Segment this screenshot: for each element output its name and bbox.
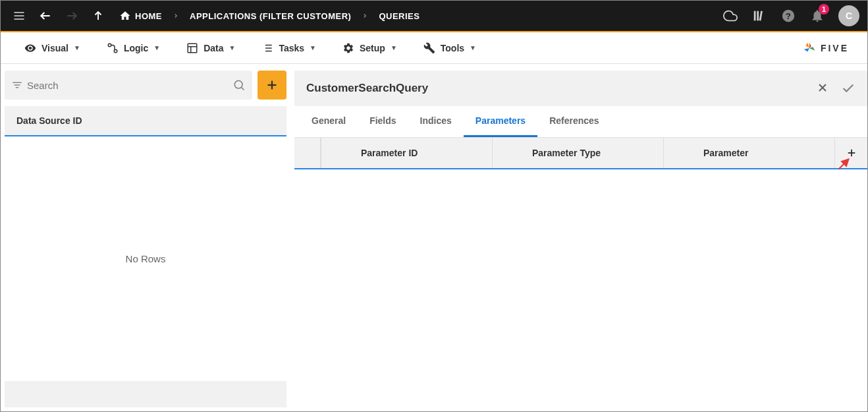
- svg-point-11: [108, 44, 111, 47]
- bell-icon[interactable]: 1: [804, 3, 830, 29]
- row-selector-spacer: [294, 138, 321, 168]
- tab-fields[interactable]: Fields: [358, 106, 408, 137]
- add-parameter-button[interactable]: [834, 138, 867, 168]
- menu-tools-label: Tools: [441, 43, 464, 53]
- library-icon[interactable]: [746, 3, 773, 29]
- tab-general[interactable]: General: [300, 106, 358, 137]
- dropdown-icon: ▼: [310, 44, 316, 51]
- breadcrumb-queries[interactable]: QUERIES: [373, 11, 425, 21]
- back-icon[interactable]: [32, 3, 59, 29]
- logo: FIVE: [802, 41, 857, 55]
- detail-header: CustomerSearchQuery: [294, 71, 867, 106]
- menu-data[interactable]: Data ▼: [173, 32, 248, 64]
- dropdown-icon: ▼: [229, 44, 236, 51]
- add-button[interactable]: [258, 71, 286, 100]
- close-icon: [816, 81, 829, 94]
- help-icon[interactable]: ?: [775, 3, 801, 29]
- col-parameter-id[interactable]: Parameter ID: [321, 138, 492, 168]
- breadcrumb-applications[interactable]: APPLICATIONS (FILTER CUSTOMER): [184, 11, 356, 21]
- right-panel: CustomerSearchQuery General Fields Indic…: [290, 64, 867, 411]
- chevron-right-icon: [169, 13, 183, 19]
- breadcrumb-home[interactable]: HOME: [114, 10, 167, 22]
- svg-text:?: ?: [786, 11, 791, 21]
- close-button[interactable]: [816, 81, 829, 96]
- dropdown-icon: ▼: [391, 44, 397, 51]
- tab-references[interactable]: References: [537, 106, 611, 137]
- svg-marker-24: [804, 48, 809, 52]
- svg-marker-23: [809, 47, 815, 51]
- search-input[interactable]: [23, 80, 232, 91]
- search-box[interactable]: [5, 71, 252, 100]
- menu-setup[interactable]: Setup ▼: [329, 32, 410, 64]
- plus-icon: [846, 147, 857, 159]
- svg-rect-6: [754, 11, 756, 21]
- menu-tools[interactable]: Tools ▼: [410, 32, 489, 64]
- menu-tasks-label: Tasks: [279, 43, 304, 53]
- table-header: Parameter ID Parameter Type Parameter: [294, 138, 867, 169]
- svg-marker-25: [805, 42, 809, 47]
- forward-icon: [59, 3, 85, 29]
- check-icon: [841, 81, 855, 96]
- breadcrumb-applications-label: APPLICATIONS (FILTER CUSTOMER): [190, 11, 351, 21]
- datasource-header: Data Source ID: [5, 106, 286, 136]
- menu-tasks[interactable]: Tasks ▼: [248, 32, 329, 64]
- chevron-right-icon: [358, 13, 372, 19]
- svg-point-26: [234, 80, 242, 88]
- svg-point-12: [114, 49, 117, 53]
- avatar[interactable]: C: [838, 5, 859, 26]
- svg-marker-22: [809, 42, 811, 47]
- save-button[interactable]: [841, 81, 855, 96]
- logo-text: FIVE: [821, 43, 849, 53]
- no-rows-message: No Rows: [5, 136, 286, 381]
- tab-parameters[interactable]: Parameters: [464, 106, 537, 137]
- left-panel-footer: [5, 381, 286, 407]
- tab-indices[interactable]: Indices: [408, 106, 464, 137]
- menu-logic[interactable]: Logic ▼: [94, 32, 173, 64]
- col-parameter[interactable]: Parameter: [663, 138, 834, 168]
- svg-line-27: [242, 88, 244, 90]
- breadcrumb-queries-label: QUERIES: [379, 11, 420, 21]
- tabs: General Fields Indices Parameters Refere…: [294, 106, 867, 138]
- svg-rect-7: [757, 11, 759, 21]
- up-icon[interactable]: [85, 3, 111, 29]
- left-panel: Data Source ID No Rows: [1, 64, 290, 411]
- dropdown-icon: ▼: [470, 44, 476, 51]
- filter-icon: [11, 79, 23, 91]
- menu-data-label: Data: [203, 43, 223, 53]
- detail-title: CustomerSearchQuery: [306, 82, 428, 95]
- breadcrumb: HOME APPLICATIONS (FILTER CUSTOMER) QUER…: [114, 10, 425, 22]
- cloud-icon[interactable]: [717, 3, 744, 29]
- menu-setup-label: Setup: [360, 43, 385, 53]
- topbar-right: ? 1 C: [717, 3, 862, 29]
- plus-icon: [265, 78, 279, 92]
- menu-visual-label: Visual: [41, 43, 68, 53]
- svg-rect-8: [759, 11, 763, 21]
- col-parameter-type[interactable]: Parameter Type: [492, 138, 663, 168]
- notification-badge: 1: [819, 4, 829, 15]
- menu-icon[interactable]: [6, 3, 32, 29]
- search-icon[interactable]: [232, 78, 246, 92]
- svg-rect-13: [188, 44, 197, 53]
- menubar: Visual ▼ Logic ▼ Data ▼ Tasks ▼ Setup ▼ …: [1, 32, 867, 64]
- breadcrumb-home-label: HOME: [135, 11, 162, 21]
- dropdown-icon: ▼: [153, 44, 160, 51]
- topbar: HOME APPLICATIONS (FILTER CUSTOMER) QUER…: [1, 1, 867, 32]
- menu-logic-label: Logic: [124, 43, 148, 53]
- menu-visual[interactable]: Visual ▼: [11, 32, 94, 64]
- dropdown-icon: ▼: [74, 44, 80, 51]
